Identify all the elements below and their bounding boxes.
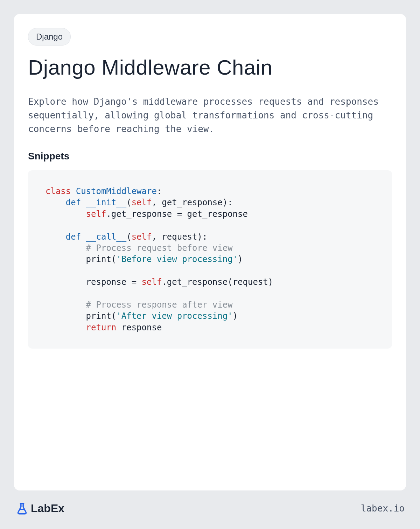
code-string: 'After view processing' bbox=[116, 311, 232, 321]
code-text: : bbox=[157, 186, 162, 196]
code-keyword-def: def bbox=[66, 198, 81, 207]
code-text: ) bbox=[238, 254, 243, 264]
brand-logo: LabEx bbox=[15, 502, 64, 515]
code-class-name: CustomMiddleware bbox=[76, 186, 157, 196]
flask-icon bbox=[15, 502, 29, 515]
code-comment: # Process response after view bbox=[86, 300, 233, 310]
brand-name: LabEx bbox=[31, 502, 64, 515]
code-self: self bbox=[132, 232, 152, 242]
code-func-name: __init__ bbox=[86, 198, 127, 207]
code-text: , get_response): bbox=[152, 198, 232, 207]
code-self: self bbox=[142, 277, 162, 287]
snippets-heading: Snippets bbox=[28, 151, 392, 162]
code-text: print( bbox=[86, 311, 117, 321]
code-text: ) bbox=[233, 311, 238, 321]
code-self: self bbox=[132, 198, 152, 207]
description-text: Explore how Django's middleware processe… bbox=[28, 95, 392, 136]
site-url: labex.io bbox=[361, 503, 405, 514]
code-text: .get_response(request) bbox=[162, 277, 273, 287]
code-self: self bbox=[86, 209, 106, 219]
code-text: ( bbox=[126, 232, 131, 242]
code-func-name: __call__ bbox=[86, 232, 127, 242]
code-text: response bbox=[116, 323, 162, 332]
code-text: ( bbox=[126, 198, 131, 207]
code-comment: # Process request before view bbox=[86, 243, 233, 253]
code-snippet: class CustomMiddleware: def __init__(sel… bbox=[28, 170, 392, 349]
code-text: .get_response = get_response bbox=[106, 209, 248, 219]
code-text: response = bbox=[86, 277, 142, 287]
code-text: print( bbox=[86, 254, 117, 264]
code-keyword-def: def bbox=[66, 232, 81, 242]
code-text: , request): bbox=[152, 232, 207, 242]
page-title: Django Middleware Chain bbox=[28, 55, 392, 80]
code-keyword-class: class bbox=[46, 186, 71, 196]
footer: LabEx labex.io bbox=[14, 502, 406, 515]
main-card: Django Django Middleware Chain Explore h… bbox=[14, 14, 406, 490]
code-string: 'Before view processing' bbox=[116, 254, 238, 264]
code-keyword-return: return bbox=[86, 323, 117, 332]
framework-tag: Django bbox=[28, 28, 71, 46]
